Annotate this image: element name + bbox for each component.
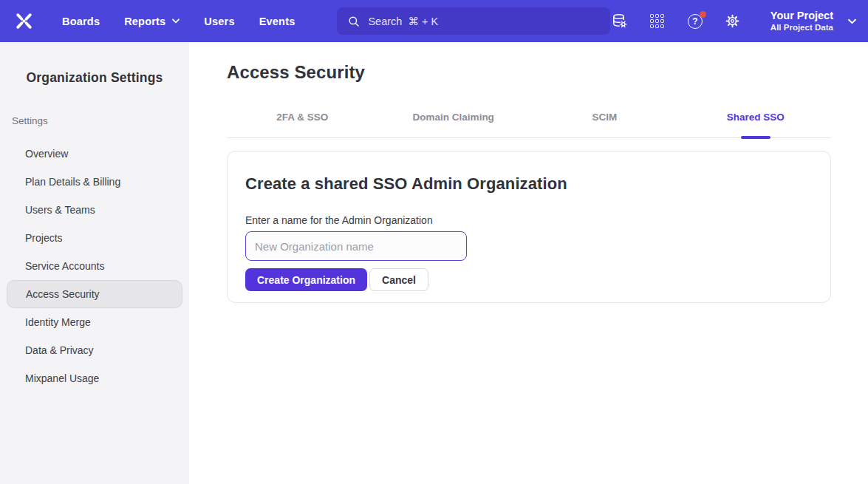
- sidebar-item-projects[interactable]: Projects: [0, 224, 189, 252]
- sidebar-item-access-security[interactable]: Access Security: [7, 280, 182, 308]
- sidebar-title: Organization Settings: [0, 70, 189, 86]
- tab-label: 2FA & SSO: [276, 112, 328, 123]
- card-actions: Create Organization Cancel: [245, 268, 813, 291]
- sidebar-section-label: Settings: [12, 115, 189, 126]
- tab-2fa-sso[interactable]: 2FA & SSO: [227, 104, 378, 137]
- project-name: Your Project: [770, 9, 833, 22]
- search-input[interactable]: [368, 16, 600, 27]
- tab-shared-sso[interactable]: Shared SSO: [680, 104, 832, 137]
- primary-nav: Boards Reports Users Events: [62, 16, 295, 27]
- tab-domain-claiming[interactable]: Domain Claiming: [378, 104, 530, 137]
- active-tab-indicator: [741, 136, 770, 139]
- tab-label: Shared SSO: [727, 112, 785, 123]
- chevron-down-icon: [172, 18, 180, 24]
- nav-item-boards[interactable]: Boards: [62, 16, 100, 27]
- sidebar-item-plan-details-billing[interactable]: Plan Details & Billing: [0, 168, 189, 196]
- org-name-label: Enter a name for the Admin Organization: [245, 214, 813, 226]
- project-info: Your Project All Project Data: [770, 9, 833, 33]
- notification-dot: [700, 11, 706, 18]
- tab-label: SCIM: [592, 112, 617, 123]
- access-security-tabs: 2FA & SSO Domain Claiming SCIM Shared SS…: [227, 104, 831, 138]
- org-settings-sidebar: Organization Settings Settings Overview …: [0, 42, 189, 484]
- sidebar-nav-list: Overview Plan Details & Billing Users & …: [0, 140, 189, 392]
- project-scope: All Project Data: [770, 22, 833, 33]
- org-name-input[interactable]: [245, 231, 467, 261]
- sidebar-item-overview[interactable]: Overview: [0, 140, 189, 168]
- tab-scim[interactable]: SCIM: [529, 104, 680, 137]
- card-heading: Create a shared SSO Admin Organization: [245, 174, 813, 194]
- main-content: Access Security 2FA & SSO Domain Claimin…: [189, 42, 868, 484]
- topbar-actions: ? Your Project: [611, 9, 856, 33]
- search-icon: [347, 15, 360, 28]
- nav-label: Reports: [124, 16, 165, 27]
- create-organization-button[interactable]: Create Organization: [245, 268, 367, 291]
- sidebar-item-service-accounts[interactable]: Service Accounts: [0, 252, 189, 280]
- sidebar-item-data-privacy[interactable]: Data & Privacy: [0, 336, 189, 364]
- apps-grid-icon[interactable]: [649, 13, 666, 30]
- data-management-icon[interactable]: [611, 13, 629, 30]
- sidebar-item-users-teams[interactable]: Users & Teams: [0, 196, 189, 224]
- nav-label: Users: [204, 16, 234, 27]
- sidebar-item-identity-merge[interactable]: Identity Merge: [0, 308, 189, 336]
- cancel-button[interactable]: Cancel: [369, 268, 428, 291]
- help-icon[interactable]: ?: [686, 13, 704, 30]
- settings-gear-icon[interactable]: [724, 13, 742, 30]
- page-title: Access Security: [227, 62, 831, 83]
- nav-item-users[interactable]: Users: [204, 16, 234, 27]
- nav-label: Boards: [62, 16, 100, 27]
- sidebar-item-mixpanel-usage[interactable]: Mixpanel Usage: [0, 364, 189, 392]
- global-search[interactable]: [337, 7, 610, 35]
- nav-item-reports[interactable]: Reports: [124, 16, 180, 27]
- create-admin-org-card: Create a shared SSO Admin Organization E…: [227, 151, 831, 303]
- tab-label: Domain Claiming: [413, 112, 494, 123]
- nav-label: Events: [259, 16, 295, 27]
- project-switcher[interactable]: Your Project All Project Data: [770, 9, 856, 33]
- chevron-down-icon: [848, 18, 856, 24]
- nav-item-events[interactable]: Events: [259, 16, 295, 27]
- top-navigation-bar: Boards Reports Users Events: [0, 0, 868, 42]
- mixpanel-logo-icon[interactable]: [13, 11, 34, 32]
